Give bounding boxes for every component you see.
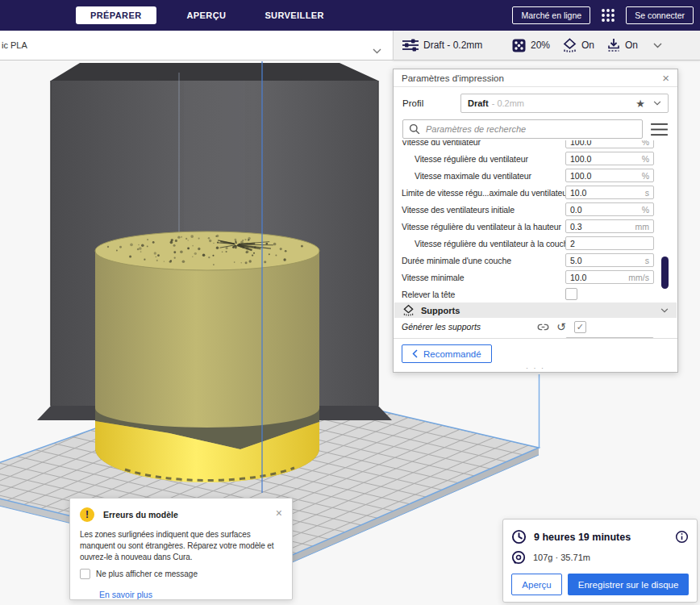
chevron-down-icon — [373, 43, 381, 57]
close-icon[interactable]: × — [276, 507, 282, 519]
settings-menu-icon[interactable] — [650, 123, 669, 136]
chevron-down-icon — [653, 31, 662, 60]
setting-label: Vitesse régulière du ventilateur à la ha… — [402, 222, 565, 232]
search-icon — [409, 123, 420, 135]
panel-title: Paramètres d'impression — [402, 73, 662, 83]
setting-input[interactable]: 0.3mm — [565, 219, 654, 233]
setting-label: Vitesse maximale du ventilateur — [402, 171, 565, 181]
filament-spool-icon — [511, 550, 526, 565]
setting-label: Vitesse régulière du ventilateur à la co… — [402, 239, 565, 248]
setting-row[interactable]: Vitesse régulière du ventilateur100.0% — [394, 150, 677, 167]
adhesion-state: On — [625, 31, 638, 60]
material-selector[interactable]: ic PLA — [0, 31, 393, 60]
generate-supports-row[interactable]: Générer les supports ↺ ✓ — [394, 318, 677, 336]
apps-grid-icon[interactable] — [601, 8, 615, 23]
link-icon[interactable] — [537, 321, 549, 333]
info-icon[interactable] — [675, 530, 689, 544]
infill-value: 20% — [531, 31, 550, 60]
setting-row[interactable]: Vitesse des ventilateurs initiale0.0% — [394, 201, 677, 218]
revert-icon[interactable]: ↺ — [556, 321, 566, 332]
setting-label: Vitesse régulière du ventilateur — [402, 154, 565, 164]
learn-more-link[interactable]: En savoir plus — [99, 590, 152, 599]
setting-row[interactable]: Relever la tête — [394, 286, 677, 302]
support-icon — [562, 31, 577, 60]
setting-row[interactable]: Vitesse maximale du ventilateur100.0% — [394, 167, 677, 184]
setting-row[interactable]: Vitesse minimale10.0mm/s — [394, 269, 677, 286]
setting-label: Vitesse du ventilateur — [402, 140, 565, 147]
material-usage: 107g · 35.71m — [533, 553, 590, 562]
setting-input[interactable]: 100.0% — [565, 140, 654, 148]
dont-show-again-row[interactable]: Ne plus afficher ce message — [80, 569, 282, 579]
setting-input[interactable]: 100.0% — [565, 152, 654, 165]
tab-prepare[interactable]: PRÉPARER — [76, 6, 156, 24]
cura-window: PRÉPARER APERÇU SURVEILLER Marché en lig… — [0, 0, 700, 605]
setting-label: Vitesse minimale — [402, 273, 565, 282]
tab-monitor[interactable]: SURVEILLER — [256, 7, 331, 23]
dont-show-again-label: Ne plus afficher ce message — [96, 570, 198, 578]
configuration-bar: ic PLA Draft - 0.2mm 20% — [0, 31, 700, 60]
chevron-left-icon — [412, 349, 418, 358]
setting-input[interactable]: 100.0% — [565, 169, 654, 182]
setting-row[interactable]: Durée minimale d'une couche5.0s — [394, 252, 677, 269]
profile-name: Draft — [468, 98, 489, 108]
setting-label: Durée minimale d'une couche — [402, 256, 565, 265]
profile-label: Profil — [402, 98, 460, 108]
setting-row[interactable]: Limite de vitesse régu...aximale du vent… — [394, 184, 677, 201]
setting-input[interactable]: 5.0s — [565, 253, 654, 267]
main-toolbar: PRÉPARER APERÇU SURVEILLER Marché en lig… — [0, 0, 700, 31]
chevron-down-icon[interactable] — [660, 308, 669, 313]
setting-row[interactable]: Vitesse du ventilateur100.0% — [394, 140, 677, 150]
marketplace-button[interactable]: Marché en ligne — [512, 6, 590, 24]
setting-input[interactable]: 2 — [565, 236, 654, 250]
panel-header: Paramètres d'impression × — [394, 69, 677, 87]
profile-dropdown[interactable]: Draft - 0.2mm ★ — [460, 94, 669, 113]
generate-supports-checkbox[interactable]: ✓ — [574, 321, 586, 333]
generate-supports-label: Générer les supports — [402, 322, 537, 332]
setting-label: Relever la tête — [402, 290, 565, 299]
settings-rows-container: Vitesse du ventilateur100.0%Vitesse régu… — [394, 140, 677, 302]
model-cylinder[interactable] — [95, 232, 319, 482]
panel-resize-grip[interactable]: · · · — [394, 362, 677, 373]
dialog-title: Erreurs du modèle — [103, 510, 276, 519]
clock-icon — [511, 529, 527, 544]
print-job-panel: 9 heures 19 minutes 107g · 35.71m Aperçu… — [502, 519, 698, 603]
setting-checkbox[interactable] — [565, 288, 577, 300]
setting-label: Vitesse des ventilateurs initiale — [402, 205, 565, 215]
setting-input[interactable]: 10.0mm/s — [565, 270, 654, 284]
settings-search[interactable] — [402, 119, 643, 139]
infill-dice-icon — [512, 31, 526, 60]
settings-scrollbar[interactable] — [661, 257, 669, 289]
search-input[interactable] — [426, 124, 636, 134]
profile-summary-label: Draft - 0.2mm — [423, 31, 482, 60]
adhesion-icon — [606, 31, 621, 60]
support-state: On — [581, 31, 594, 60]
material-label: ic PLA — [2, 40, 27, 50]
setting-row[interactable]: Vitesse régulière du ventilateur à la ha… — [394, 218, 677, 235]
section-label: Supports — [421, 306, 660, 315]
setting-input[interactable]: 0.0% — [565, 202, 654, 216]
dont-show-again-checkbox[interactable] — [80, 569, 90, 579]
stage-tabs: PRÉPARER APERÇU SURVEILLER — [76, 6, 332, 24]
panel-footer: Recommandé — [394, 338, 677, 362]
sliders-icon — [402, 31, 419, 60]
chevron-down-icon — [653, 101, 661, 106]
model-errors-dialog: ! Erreurs du modèle × Les zones surligné… — [69, 498, 293, 600]
settings-list: Vitesse du ventilateur100.0%Vitesse régu… — [394, 140, 677, 338]
print-settings-panel: Paramètres d'impression × Profil Draft -… — [393, 69, 678, 373]
setting-label: Limite de vitesse régu...aximale du vent… — [402, 188, 565, 198]
print-time-estimate: 9 heures 19 minutes — [534, 532, 668, 543]
setting-input[interactable]: 10.0s — [565, 186, 654, 199]
dialog-body: Les zones surlignées indiquent que des s… — [80, 529, 282, 563]
recommended-mode-button[interactable]: Recommandé — [402, 344, 492, 363]
support-section-icon — [402, 304, 415, 316]
sign-in-button[interactable]: Se connecter — [626, 6, 694, 24]
setting-row[interactable]: Vitesse régulière du ventilateur à la co… — [394, 235, 677, 252]
print-settings-summary[interactable]: Draft - 0.2mm 20% On — [393, 31, 700, 60]
save-to-disk-button[interactable]: Enregistrer sur le disque — [568, 574, 689, 595]
close-icon[interactable]: × — [662, 72, 669, 84]
star-icon[interactable]: ★ — [635, 98, 645, 110]
section-supports[interactable]: Supports — [394, 302, 677, 318]
warning-icon: ! — [80, 507, 94, 522]
preview-button[interactable]: Aperçu — [511, 574, 562, 595]
tab-preview[interactable]: APERÇU — [179, 7, 235, 23]
